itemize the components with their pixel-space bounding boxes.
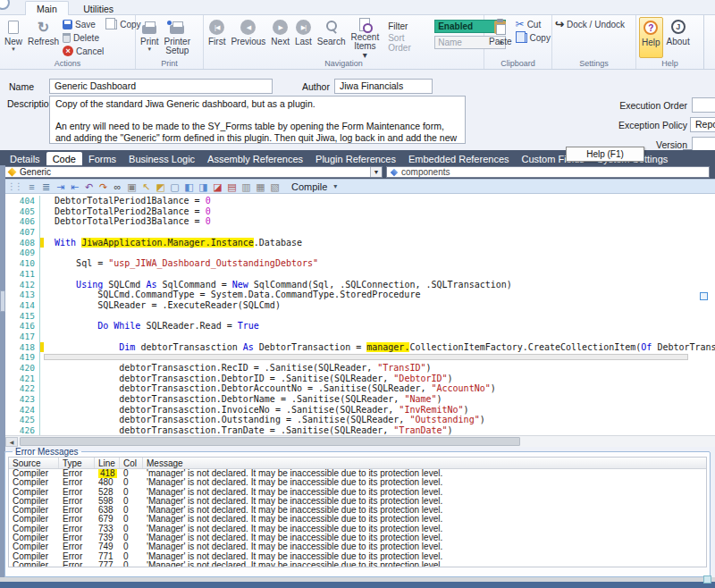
print-dropdown-arrow[interactable]: ▾ — [148, 46, 152, 52]
previous-button[interactable]: ◀ Previous — [229, 17, 267, 58]
error-source-cell: Compiler — [9, 552, 59, 561]
toolbar-grip[interactable]: ⋮⋮ — [7, 181, 21, 191]
code-line-406[interactable]: 406 DebtorTotalPeriod3Balance = 0 — [5, 216, 715, 227]
code-line-411[interactable]: 411 — [5, 269, 715, 280]
format-document-icon[interactable]: ≡ — [25, 180, 38, 193]
error-line-cell: 733 — [95, 525, 120, 533]
refresh-button[interactable]: Refresh — [26, 17, 61, 58]
save-button[interactable]: Save — [63, 18, 104, 30]
delete-button[interactable]: Delete — [63, 31, 104, 44]
error-row[interactable]: CompilerError7710'Manager' is not declar… — [9, 552, 706, 561]
column-header-source[interactable]: Source — [9, 458, 59, 468]
code-line-404[interactable]: 404 DebtorTotalPeriod1Balance = 0 — [5, 196, 715, 206]
paste-button[interactable]: Paste — [487, 17, 514, 58]
error-row[interactable]: CompilerError7390'Manager' is not declar… — [9, 533, 706, 542]
error-row[interactable]: CompilerError5980'Manager' is not declar… — [9, 497, 706, 506]
comment-add-icon[interactable]: ◧ — [182, 180, 196, 193]
error-grid[interactable]: Source Type Line Col Message CompilerErr… — [8, 457, 707, 567]
scroll-left-arrow-icon[interactable]: ◀ — [5, 437, 18, 447]
recent-items-button[interactable]: Recent Items ▾ — [349, 17, 382, 58]
name-field[interactable]: Generic Dashboard — [49, 79, 273, 94]
code-line-418[interactable]: 418 Dim debtorTransasction As DebtorTran… — [5, 342, 715, 353]
bookmark-icon[interactable]: ▤ — [225, 180, 239, 193]
snippet-icon[interactable]: ◩ — [154, 180, 167, 193]
next-button[interactable]: ▶ Next — [269, 17, 291, 58]
code-line-415[interactable]: 415 — [5, 311, 715, 322]
indent-icon[interactable]: ⇥ — [54, 180, 67, 193]
code-line-414[interactable]: 414 SQLReader = .ExecuteReader(SQLCmd) — [5, 300, 715, 311]
replace-icon[interactable]: ▣ — [125, 180, 139, 193]
new-dropdown-arrow[interactable]: ▾ — [12, 46, 15, 52]
outdent-icon[interactable]: ⇤ — [68, 180, 81, 193]
bookmark-next-icon[interactable]: ▥ — [240, 180, 253, 193]
code-line-408[interactable]: 408 With JiwaApplication.Manager.Instanc… — [5, 238, 715, 248]
author-field[interactable]: Jiwa Financials — [334, 79, 433, 94]
code-line-424[interactable]: 424 debtorTransasction.InvoiceNo = .Sani… — [5, 405, 715, 416]
module-combo[interactable]: Generic ▼ — [4, 166, 383, 178]
printer-setup-button[interactable]: Printer Setup — [163, 17, 192, 58]
components-combo[interactable]: components — [386, 166, 710, 178]
chevron-down-icon[interactable]: ▼ — [370, 167, 382, 177]
error-row[interactable]: CompilerError6380'Manager' is not declar… — [9, 506, 706, 515]
ribbon-tab-main[interactable]: Main — [25, 1, 69, 16]
column-header-type[interactable]: Type — [59, 458, 95, 468]
find-icon[interactable]: ∞ — [111, 180, 124, 193]
last-button[interactable]: ▶| Last — [293, 17, 314, 58]
select-pointer-icon[interactable]: ↖ — [139, 180, 153, 193]
code-line-419[interactable]: 419 — [5, 352, 715, 363]
code-line-409[interactable]: 409 — [5, 248, 715, 258]
code-line-410[interactable]: 410 Sql = "usp_JIWA_Dashboard_Outstandin… — [5, 258, 715, 269]
format-selection-icon[interactable]: ≣ — [39, 180, 53, 193]
redo-icon[interactable]: ↷ — [97, 180, 110, 193]
bookmark-clear-icon[interactable]: ▧ — [268, 180, 282, 193]
resize-grip[interactable] — [703, 575, 711, 584]
dock-undock-button[interactable]: Dock / Undock — [555, 18, 625, 30]
cancel-button[interactable]: Cancel — [63, 45, 104, 57]
editor-horizontal-scrollbar[interactable]: ◀ — [5, 435, 715, 447]
scrollbar-thumb[interactable] — [20, 437, 520, 446]
column-header-message[interactable]: Message — [143, 458, 706, 468]
code-line-425[interactable]: 425 debtorTransasction.Outstanding = .Sa… — [5, 415, 715, 425]
code-line-420[interactable]: 420 debtorTransasction.RecID = .Sanitise… — [5, 363, 715, 374]
code-line-405[interactable]: 405 DebtorTotalPeriod2Balance = 0 — [5, 206, 715, 217]
breakpoint-toggle-icon[interactable]: ▢ — [168, 180, 181, 193]
new-button[interactable]: New ▾ — [3, 17, 24, 58]
code-line-413[interactable]: 413 SQLCmd.CommandType = System.Data.Com… — [5, 290, 715, 300]
first-button[interactable]: |◀ First — [206, 17, 227, 58]
code-line-422[interactable]: 422 debtorTransasction.DebtorAccountNo =… — [5, 383, 715, 394]
column-header-line[interactable]: Line — [95, 458, 120, 468]
code-line-407[interactable]: 407 — [5, 227, 715, 238]
comment-icon[interactable]: ◨ — [197, 180, 210, 193]
toolbar-overflow-icon[interactable]: ▾ — [333, 182, 337, 190]
execution-order-field[interactable] — [692, 97, 715, 113]
error-source-cell: Compiler — [9, 561, 59, 567]
code-line-426[interactable]: 426 debtorTransasction.TranDate = .Sanit… — [5, 425, 715, 435]
error-row[interactable]: CompilerError5280'Manager' is not declar… — [9, 488, 706, 497]
about-button[interactable]: About — [665, 17, 692, 58]
error-row[interactable]: CompilerError4180'manager' is not declar… — [9, 469, 706, 478]
bookmark-prev-icon[interactable]: ▦ — [254, 180, 267, 193]
exception-policy-field[interactable]: Report — [690, 117, 715, 132]
column-header-col[interactable]: Col — [120, 458, 143, 468]
undo-icon[interactable]: ↶ — [82, 180, 96, 193]
error-row[interactable]: CompilerError4800'Manager' is not declar… — [9, 478, 706, 487]
code-line-417[interactable]: 417 — [5, 332, 715, 342]
code-line-423[interactable]: 423 debtorTransasction.DebtorName = .San… — [5, 394, 715, 405]
description-field[interactable]: Copy of the standard Jiwa Generic dashbo… — [49, 96, 466, 144]
code-line-412[interactable]: 412 Using SQLCmd As SqlCommand = New Sql… — [5, 280, 715, 290]
error-row[interactable]: CompilerError7770'Manager' is not declar… — [9, 561, 706, 567]
code-line-416[interactable]: 416 Do While SQLReader.Read = True — [5, 321, 715, 332]
error-row[interactable]: CompilerError7490'Manager' is not declar… — [9, 542, 706, 551]
error-row[interactable]: CompilerError6790'Manager' is not declar… — [9, 515, 706, 524]
compile-button[interactable]: Compile — [286, 181, 332, 192]
code-text: debtorTransasction.Outstanding = .Saniti… — [44, 415, 715, 425]
code-line-421[interactable]: 421 debtorTransasction.DebtorID = .Sanit… — [5, 374, 715, 384]
error-row[interactable]: CompilerError7330'Manager' is not declar… — [9, 525, 706, 533]
code-editor[interactable]: 404 DebtorTotalPeriod1Balance = 0405 Deb… — [5, 194, 715, 435]
print-button[interactable]: Print ▾ — [139, 17, 161, 58]
search-button[interactable]: Search — [315, 17, 348, 58]
comment-delete-icon[interactable]: ◪ — [211, 180, 224, 193]
cut-button[interactable]: Cut — [516, 18, 551, 30]
help-button[interactable]: Help — [639, 17, 663, 58]
copy-button[interactable]: Copy — [516, 31, 551, 44]
